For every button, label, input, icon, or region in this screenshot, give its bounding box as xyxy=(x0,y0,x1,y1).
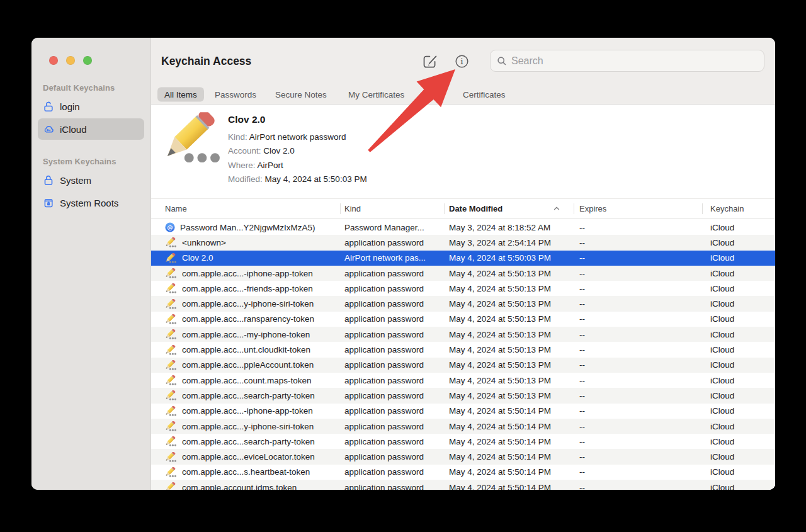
cell-name: com.apple.acc...y-iphone-siri-token xyxy=(151,421,340,431)
cell-date-modified: May 4, 2024 at 5:50:13 PM xyxy=(444,284,574,293)
minimize-button[interactable] xyxy=(66,56,75,65)
cell-name: <unknown> xyxy=(151,237,340,247)
table-row[interactable]: Clov 2.0AirPort network pas...May 4, 202… xyxy=(151,251,775,266)
cell-kind: application password xyxy=(340,345,444,354)
table-row[interactable]: com.apple.acc...-iphone-app-tokenapplica… xyxy=(151,404,775,419)
cell-name: com.apple.account.idms.token xyxy=(151,482,340,490)
info-button[interactable]: i xyxy=(451,51,472,72)
column-separator xyxy=(574,203,574,214)
window-title: Keychain Access xyxy=(161,55,251,68)
sidebar-item-system-roots[interactable]: System Roots xyxy=(38,192,144,213)
table-row[interactable]: com.apple.acc...ransparency-tokenapplica… xyxy=(151,312,775,327)
table-row[interactable]: com.apple.acc...y-iphone-siri-tokenappli… xyxy=(151,419,775,434)
field-value: AirPort xyxy=(258,161,283,170)
password-item-icon xyxy=(165,268,177,278)
search-input[interactable] xyxy=(511,55,758,67)
cell-keychain: iCloud xyxy=(702,467,775,477)
column-header-name[interactable]: Name xyxy=(151,204,340,213)
table-row[interactable]: <unknown>application passwordMay 3, 2024… xyxy=(151,235,775,250)
cell-keychain: iCloud xyxy=(702,345,775,354)
table-row[interactable]: com.apple.acc...ppleAccount.tokenapplica… xyxy=(151,358,775,373)
cell-keychain: iCloud xyxy=(702,269,775,278)
column-header-date-modified[interactable]: Date Modified xyxy=(444,204,574,213)
cell-name: com.apple.acc...count.maps-token xyxy=(151,375,340,385)
table-row[interactable]: com.apple.acc...unt.cloudkit-tokenapplic… xyxy=(151,342,775,357)
item-name: com.apple.acc...s.heartbeat-token xyxy=(182,467,310,477)
cell-date-modified: May 4, 2024 at 5:50:13 PM xyxy=(444,376,574,385)
cell-kind: application password xyxy=(340,452,444,461)
cell-date-modified: May 4, 2024 at 5:50:13 PM xyxy=(444,269,574,278)
cell-name: com.apple.acc...-my-iphone-token xyxy=(151,329,340,339)
cell-kind: application password xyxy=(340,467,444,477)
cell-name: Clov 2.0 xyxy=(151,253,340,263)
column-header-kind[interactable]: Kind xyxy=(340,204,444,213)
tab-secure-notes[interactable]: Secure Notes xyxy=(275,90,327,99)
table-row[interactable]: com.apple.acc...y-iphone-siri-tokenappli… xyxy=(151,296,775,311)
detail-field-account: Account: Clov 2.0 xyxy=(228,144,367,158)
cell-date-modified: May 3, 2024 at 8:18:52 AM xyxy=(444,223,574,232)
password-item-icon xyxy=(165,253,177,263)
tab-my-certificates[interactable]: My Certificates xyxy=(348,90,404,99)
search-field[interactable] xyxy=(490,50,764,72)
cell-expires: -- xyxy=(574,483,702,490)
cell-expires: -- xyxy=(574,422,702,431)
cell-date-modified: May 4, 2024 at 5:50:13 PM xyxy=(444,345,574,354)
table-row[interactable]: com.apple.acc...-iphone-app-tokenapplica… xyxy=(151,266,775,281)
cell-name: com.apple.acc...ppleAccount.token xyxy=(151,360,340,370)
keychain-cloud-icon xyxy=(43,123,54,135)
cell-keychain: iCloud xyxy=(702,360,775,370)
cell-name: com.apple.acc...search-party-token xyxy=(151,390,340,400)
cell-date-modified: May 4, 2024 at 5:50:14 PM xyxy=(444,437,574,446)
cell-expires: -- xyxy=(574,269,702,278)
table-row[interactable]: com.apple.acc...eviceLocator.tokenapplic… xyxy=(151,449,775,464)
password-item-icon xyxy=(165,452,177,462)
password-item-icon xyxy=(165,467,177,477)
tab-keys[interactable]: Keys xyxy=(426,90,445,99)
column-header-label: Date Modified xyxy=(449,204,502,213)
table-row[interactable]: Password Man...Y2NjgwMzIxMzA5)Password M… xyxy=(151,220,775,235)
cell-kind: application password xyxy=(340,360,444,370)
table-row[interactable]: com.apple.acc...-my-iphone-tokenapplicat… xyxy=(151,327,775,342)
table-row[interactable]: com.apple.acc...count.maps-tokenapplicat… xyxy=(151,373,775,388)
field-label: Kind: xyxy=(228,132,247,142)
column-separator xyxy=(444,203,445,214)
table-row[interactable]: com.apple.acc...search-party-tokenapplic… xyxy=(151,388,775,403)
certificate-box-icon xyxy=(43,197,54,208)
cell-date-modified: May 4, 2024 at 5:50:03 PM xyxy=(444,253,574,263)
item-name: com.apple.acc...search-party-token xyxy=(182,437,315,446)
tab-all-items[interactable]: All Items xyxy=(157,88,204,102)
new-item-button[interactable] xyxy=(419,51,441,72)
cell-keychain: iCloud xyxy=(702,238,775,247)
item-name: com.apple.acc...ppleAccount.token xyxy=(182,360,314,370)
cell-kind: application password xyxy=(340,376,444,385)
sidebar-section-default-keychains: Default Keychains xyxy=(43,83,139,93)
column-header-expires[interactable]: Expires xyxy=(574,204,702,213)
table-row[interactable]: com.apple.acc...s.heartbeat-tokenapplica… xyxy=(151,465,775,480)
item-detail-pane: Clov 2.0 Kind: AirPort network password … xyxy=(151,105,775,199)
zoom-button[interactable] xyxy=(83,56,92,65)
field-label: Modified: xyxy=(228,174,263,184)
tab-certificates[interactable]: Certificates xyxy=(463,90,506,99)
table-row[interactable]: com.apple.account.idms.tokenapplication … xyxy=(151,480,775,490)
sidebar-item-icloud[interactable]: iCloud xyxy=(38,118,144,140)
item-name: Password Man...Y2NjgwMzIxMzA5) xyxy=(180,223,315,232)
sidebar-section-system-keychains: System Keychains xyxy=(43,157,139,166)
tab-passwords[interactable]: Passwords xyxy=(215,90,256,99)
cell-expires: -- xyxy=(574,391,702,400)
cell-expires: -- xyxy=(574,452,702,461)
cell-kind: application password xyxy=(340,422,444,431)
cell-keychain: iCloud xyxy=(702,314,775,324)
cell-expires: -- xyxy=(574,253,702,263)
table-row[interactable]: com.apple.acc...-friends-app-tokenapplic… xyxy=(151,281,775,296)
sidebar-item-login[interactable]: login xyxy=(38,96,144,117)
close-button[interactable] xyxy=(49,56,58,65)
item-name: Clov 2.0 xyxy=(182,253,213,263)
field-label: Account: xyxy=(228,146,261,156)
sidebar-item-system[interactable]: System xyxy=(38,169,144,191)
item-name: <unknown> xyxy=(182,238,226,247)
column-header-keychain[interactable]: Keychain xyxy=(702,204,775,213)
table-row[interactable]: com.apple.acc...search-party-tokenapplic… xyxy=(151,434,775,449)
item-name: com.apple.acc...-friends-app-token xyxy=(182,284,313,293)
cell-expires: -- xyxy=(574,223,702,232)
column-separator xyxy=(702,203,703,214)
